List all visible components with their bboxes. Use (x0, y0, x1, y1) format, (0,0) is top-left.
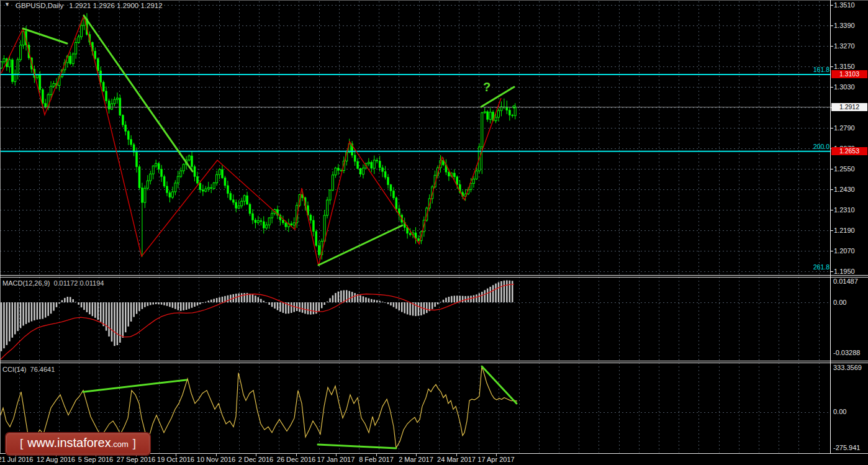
macd-axis-label: -0.03288 (833, 349, 860, 357)
question-mark-annotation: ? (483, 80, 491, 94)
price-axis-label: 1.2190 (834, 227, 855, 235)
price-axis-label: 1.3270 (834, 42, 855, 50)
cci-axis-label: -275.941 (833, 444, 860, 452)
price-axis-label: 1.3390 (834, 22, 855, 30)
fib-level-label-200-0[interactable]: 200.0 (813, 143, 830, 150)
cci-value: 76.4641 (30, 366, 55, 373)
date-axis-label: 17 Apr 2017 (477, 456, 514, 464)
date-axis-label: 12 Aug 2016 (37, 456, 75, 464)
price-badge-current: 1.2912 (831, 103, 867, 111)
price-axis-label: 1.1950 (834, 268, 855, 276)
level-lines-layer (0, 74, 830, 151)
macd-values: 0.01172 0.01194 (53, 279, 104, 287)
date-axis-label: 21 Jul 2016 (0, 456, 33, 464)
fib-level-label-261-8[interactable]: 261.8 (813, 263, 830, 271)
cci-indicator-title: CCI(14)76.4641 (2, 366, 55, 373)
date-axis-label: 24 Mar 2017 (437, 456, 476, 464)
cci-axis-label: 0.00 (833, 408, 846, 416)
macd-layer (0, 281, 514, 360)
date-axis-label: 2 Dec 2016 (238, 456, 273, 464)
price-badge-fib-200: 1.2653 (831, 147, 867, 155)
date-axis-label: 26 Dec 2016 (277, 456, 315, 464)
chevron-down-icon[interactable]: ▼ (4, 1, 10, 7)
borders-layer (0, 0, 868, 456)
grid-layer (0, 1, 830, 453)
price-axis-label: 1.2310 (834, 206, 855, 214)
logo-bracket-right: ] (129, 434, 140, 453)
price-badge-fib-161: 1.3103 (831, 70, 867, 78)
macd-axis-label: 0.01487 (833, 278, 858, 286)
instaforex-logo[interactable]: [ www.instaforex.com ] (5, 432, 151, 456)
trading-chart-window: ▼ GBPUSD,Daily1.2921 1.2926 1.2900 1.291… (0, 0, 868, 465)
date-axis-label: 10 Nov 2016 (197, 456, 235, 464)
date-axis-label: 27 Sep 2016 (117, 456, 155, 464)
cci-axis-label: 333.3569 (833, 364, 862, 372)
fib-level-label-161-8[interactable]: 161.8 (813, 66, 830, 73)
date-axis-label: 17 Jan 2017 (317, 456, 355, 464)
date-axis-label: 8 Feb 2017 (359, 456, 394, 464)
chart-title: GBPUSD,Daily1.2921 1.2926 1.2900 1.2912 (16, 2, 163, 9)
date-axis-label: 5 Sep 2016 (78, 456, 113, 464)
price-axis-label: 1.3510 (834, 1, 855, 9)
price-axis-label: 1.2790 (834, 124, 855, 132)
chart-canvas[interactable] (0, 0, 868, 465)
logo-text: www.instaforex (27, 433, 111, 452)
date-axis-label: 19 Oct 2016 (157, 456, 194, 464)
drawings-layer (1, 16, 515, 266)
price-axis-label: 1.2430 (834, 186, 855, 194)
symbol-period-label: GBPUSD,Daily (16, 2, 63, 9)
logo-suffix: .com (111, 435, 129, 454)
macd-name-label: MACD(12,26,9) (2, 279, 50, 287)
price-axis-label: 1.2550 (834, 165, 855, 173)
logo-bracket-left: [ (16, 434, 27, 453)
price-axis-label: 1.3030 (834, 83, 855, 91)
candles-layer (1, 13, 517, 260)
macd-axis-label: 0.00 (833, 299, 846, 307)
date-axis-label: 2 Mar 2017 (399, 456, 433, 464)
cci-name-label: CCI(14) (2, 366, 27, 373)
price-axis-label: 1.2070 (834, 247, 855, 255)
ohlc-values: 1.2921 1.2926 1.2900 1.2912 (69, 2, 162, 9)
macd-indicator-title: MACD(12,26,9)0.01172 0.01194 (2, 279, 104, 287)
